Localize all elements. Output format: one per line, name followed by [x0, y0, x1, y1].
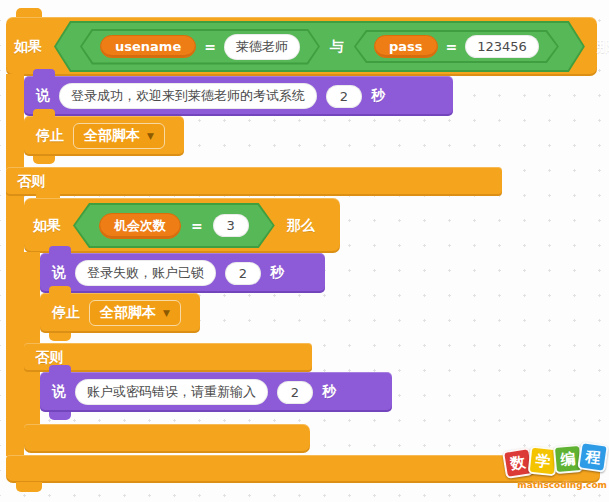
inner-else-label: 否则 — [35, 349, 63, 367]
value-input-teacher[interactable]: 莱德老师 — [224, 34, 300, 60]
say-block-wrong-credentials[interactable]: 说 账户或密码错误，请重新输入 2 秒 — [40, 372, 392, 412]
stop-block-inner[interactable]: 停止 全部脚本 ▼ — [40, 293, 200, 333]
say-message-input[interactable]: 登录失败，账户已锁 — [75, 260, 216, 286]
block-top-nub — [33, 69, 55, 77]
equals-fill-attempts: 机会次数 = 3 — [75, 205, 273, 246]
watermark-site-text: mathscoding.com — [517, 480, 607, 490]
inner-if-footer[interactable] — [24, 424, 310, 453]
and-operator-fill: usename = 莱德老师 与 pass = 123456 — [56, 23, 583, 70]
say-block-login-success[interactable]: 说 登录成功，欢迎来到莱德老师的考试系统 2 秒 — [24, 76, 453, 116]
say-duration-input[interactable]: 2 — [277, 381, 313, 404]
scripts-canvas[interactable]: 如果 usename = 莱德老师 与 pass = 123456 — [0, 0, 609, 502]
and-operator-block[interactable]: usename = 莱德老师 与 pass = 123456 — [54, 21, 585, 72]
block-top-nub — [49, 246, 71, 254]
block-top-nub — [33, 109, 55, 117]
equals-operator-block-username[interactable]: usename = 莱德老师 — [80, 29, 320, 65]
dropdown-caret-icon: ▼ — [163, 309, 170, 318]
say-duration-input[interactable]: 2 — [225, 262, 261, 285]
stop-label: 停止 — [36, 127, 64, 145]
outer-if-spine[interactable] — [6, 74, 24, 456]
inner-if-top-notch[interactable] — [36, 190, 60, 198]
seconds-label: 秒 — [371, 87, 385, 105]
say-message-input[interactable]: 账户或密码错误，请重新输入 — [75, 379, 268, 405]
variable-pass[interactable]: pass — [374, 35, 438, 58]
value-input-three[interactable]: 3 — [213, 214, 249, 237]
block-top-nub — [49, 365, 71, 373]
say-block-bottom-nub — [49, 412, 71, 420]
stop-label: 停止 — [52, 304, 80, 322]
seconds-label: 秒 — [322, 383, 336, 401]
watermark-logo: 数 学 编 程 mathscoding.com — [511, 445, 607, 497]
say-message-input[interactable]: 登录成功，欢迎来到莱德老师的考试系统 — [59, 83, 317, 109]
outer-then-label: 那么 — [597, 38, 609, 56]
equals-operator-block-attempts[interactable]: 机会次数 = 3 — [73, 203, 275, 248]
say-label: 说 — [36, 87, 50, 105]
equals-sign: = — [191, 218, 203, 234]
say-label: 说 — [52, 264, 66, 282]
watermark-tiles: 数 学 编 程 — [507, 445, 607, 477]
stop-option-dropdown[interactable]: 全部脚本 ▼ — [89, 300, 181, 326]
equals-sign: = — [204, 39, 216, 55]
stop-block-bottom-nub — [49, 333, 71, 341]
block-top-nub — [49, 286, 71, 294]
outer-if-bottom-notch[interactable] — [16, 482, 42, 492]
say-duration-input[interactable]: 2 — [326, 85, 362, 108]
outer-if-label: 如果 — [14, 38, 42, 56]
equals-fill-username: usename = 莱德老师 — [82, 31, 318, 63]
outer-else-label: 否则 — [17, 173, 45, 191]
stop-option-dropdown[interactable]: 全部脚本 ▼ — [73, 123, 165, 149]
variable-attempts[interactable]: 机会次数 — [99, 213, 181, 239]
inner-if-header[interactable]: 如果 机会次数 = 3 那么 — [24, 198, 340, 253]
value-input-password[interactable]: 123456 — [465, 35, 539, 58]
say-block-login-failed[interactable]: 说 登录失败，账户已锁 2 秒 — [40, 253, 325, 293]
inner-then-label: 那么 — [287, 217, 315, 235]
dropdown-caret-icon: ▼ — [147, 132, 154, 141]
equals-operator-block-pass[interactable]: pass = 123456 — [354, 30, 559, 63]
watermark-tile-cheng: 程 — [577, 441, 609, 473]
inner-if-label: 如果 — [33, 217, 61, 235]
variable-usename[interactable]: usename — [100, 35, 196, 58]
equals-fill-pass: pass = 123456 — [356, 32, 557, 61]
outer-else-bar[interactable]: 否则 — [6, 167, 502, 196]
stop-block-bottom-nub — [33, 156, 55, 164]
seconds-label: 秒 — [270, 264, 284, 282]
outer-if-header[interactable]: 如果 usename = 莱德老师 与 pass = 123456 — [6, 17, 597, 76]
inner-if-spine[interactable] — [24, 252, 40, 427]
equals-sign: = — [446, 39, 458, 55]
say-label: 说 — [52, 383, 66, 401]
stop-block-outer[interactable]: 停止 全部脚本 ▼ — [24, 116, 184, 156]
stop-option-value: 全部脚本 — [84, 127, 140, 145]
stop-option-value: 全部脚本 — [100, 304, 156, 322]
and-label: 与 — [330, 38, 344, 56]
